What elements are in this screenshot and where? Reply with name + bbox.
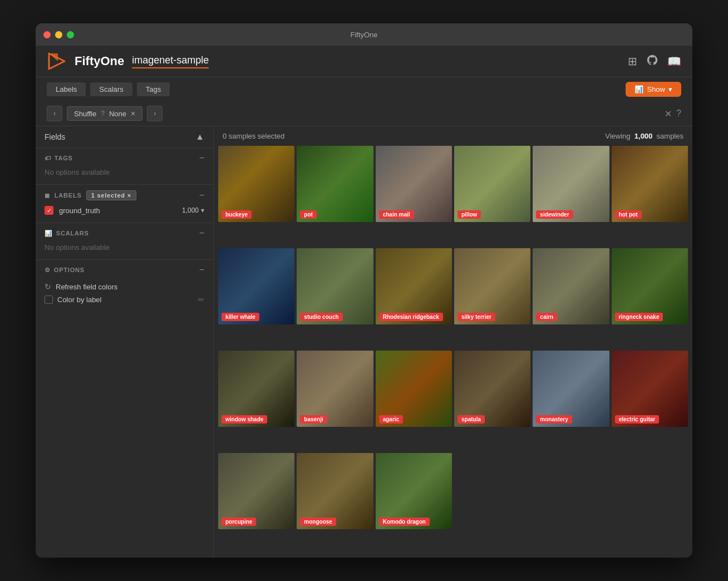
image-cell-porcupine[interactable]: porcupine (218, 453, 294, 529)
none-label: None (109, 110, 126, 118)
maximize-button[interactable] (67, 31, 74, 38)
app-window: FiftyOne FiftyOne imagenet-sample ⊞ 📖 La… (36, 23, 692, 558)
labels-title-row: ◼ LABELS 1 selected × (45, 190, 136, 200)
refresh-colors-option[interactable]: ↻ Refresh field colors (45, 280, 204, 293)
tabbar: Labels Scalars Tags 📊 Show ▾ (36, 77, 692, 101)
color-by-label-text: Color by label (57, 296, 102, 304)
image-cell-ringneck[interactable]: ringneck snake (612, 248, 688, 324)
image-label-hotpot: hot pot (615, 210, 642, 219)
tags-collapse-button[interactable]: − (199, 154, 204, 163)
tab-tags[interactable]: Tags (137, 82, 170, 96)
ground-truth-row[interactable]: ✓ ground_truth 1,000 ▾ (45, 204, 204, 217)
image-label-monastery: monastery (536, 415, 572, 424)
image-label-buckeye: buckeye (222, 210, 252, 219)
minimize-button[interactable] (55, 31, 62, 38)
app-name: FiftyOne (75, 54, 124, 68)
main-area: Fields ▲ 🏷 TAGS − No options available (36, 126, 692, 558)
image-cell-pot[interactable]: pot (297, 146, 373, 222)
slack-icon[interactable]: ⊞ (628, 55, 637, 68)
image-cell-mongoose[interactable]: mongoose (297, 453, 373, 529)
image-label-chainmail: chain mail (379, 210, 414, 219)
image-cell-silkyterrier[interactable]: silky terrier (454, 248, 530, 324)
traffic-lights (43, 31, 74, 38)
content-header: 0 samples selected Viewing 1,000 samples (214, 126, 692, 146)
ground-truth-count: 1,000 ▾ (182, 206, 204, 214)
image-cell-agaric[interactable]: agaric (376, 351, 452, 427)
scalars-collapse-button[interactable]: − (199, 229, 204, 238)
filter-actions: ✕ ? (665, 109, 681, 119)
help-button[interactable]: ? (676, 109, 681, 119)
svg-marker-1 (49, 53, 58, 61)
count-dropdown[interactable]: ▾ (201, 206, 204, 214)
image-label-studiocouch: studio couch (300, 313, 342, 321)
image-cell-pillow[interactable]: pillow (454, 146, 530, 222)
prev-nav-button[interactable]: ‹ (47, 106, 62, 121)
image-cell-sidewinder[interactable]: sidewinder (533, 146, 609, 222)
image-cell-buckeye[interactable]: buckeye (218, 146, 294, 222)
show-button[interactable]: 📊 Show ▾ (626, 82, 681, 97)
scalars-title: 📊 SCALARS (45, 230, 89, 237)
next-nav-button[interactable]: › (147, 106, 163, 121)
options-section-header: ⚙ OPTIONS − (45, 265, 204, 274)
image-cell-windowshade[interactable]: window shade (218, 351, 294, 427)
docs-icon[interactable]: 📖 (667, 55, 681, 68)
tab-scalars[interactable]: Scalars (90, 82, 132, 96)
tab-labels[interactable]: Labels (47, 82, 86, 96)
image-label-ringneck: ringneck snake (615, 313, 663, 321)
image-label-pot: pot (300, 210, 317, 219)
image-cell-basenji[interactable]: basenji (297, 351, 373, 427)
labels-collapse-button[interactable]: − (199, 191, 204, 200)
scalars-no-options: No options available (45, 241, 204, 254)
image-label-killerwhale: killer whale (222, 313, 259, 321)
github-icon[interactable] (646, 54, 658, 69)
viewing-info: Viewing 1,000 samples (605, 132, 683, 140)
image-cell-monastery[interactable]: monastery (533, 351, 609, 427)
refresh-label: Refresh field colors (56, 283, 117, 291)
image-cell-komodo[interactable]: Komodo dragon (376, 453, 452, 529)
image-label-agaric: agaric (379, 415, 403, 424)
labels-selected-badge[interactable]: 1 selected × (86, 190, 136, 200)
collapse-icon[interactable]: ▲ (195, 132, 204, 142)
options-collapse-button[interactable]: − (199, 265, 204, 274)
content-area: 0 samples selected Viewing 1,000 samples… (214, 126, 692, 558)
options-title: ⚙ OPTIONS (45, 267, 85, 274)
close-button[interactable] (43, 31, 51, 38)
image-cell-spatula[interactable]: spatula (454, 351, 530, 427)
image-cell-killerwhale[interactable]: killer whale (218, 248, 294, 324)
image-label-pillow: pillow (458, 210, 481, 219)
image-cell-studiocouch[interactable]: studio couch (297, 248, 373, 324)
sidebar-fields-header[interactable]: Fields ▲ (36, 126, 213, 148)
samples-selected: 0 samples selected (223, 132, 284, 140)
labels-section-header: ◼ LABELS 1 selected × − (45, 190, 204, 200)
ground-truth-checkbox[interactable]: ✓ (45, 206, 53, 215)
show-chevron: ▾ (668, 85, 672, 93)
clear-filter-button[interactable]: × (131, 109, 135, 118)
tags-section-header: 🏷 TAGS − (45, 154, 204, 163)
color-by-label-option[interactable]: Color by label ✏ (45, 293, 204, 306)
image-cell-electricguitar[interactable]: electric guitar (612, 351, 688, 427)
header: FiftyOne imagenet-sample ⊞ 📖 (36, 46, 692, 77)
help-icon[interactable]: ? (101, 110, 105, 117)
viewing-count: 1,000 (634, 132, 653, 140)
image-label-spatula: spatula (458, 415, 485, 424)
image-label-rhodesian: Rhodesian ridgeback (379, 313, 443, 321)
image-cell-hotpot[interactable]: hot pot (612, 146, 688, 222)
image-cell-chainmail[interactable]: chain mail (376, 146, 452, 222)
scalars-icon: 📊 (45, 230, 53, 237)
titlebar-title: FiftyOne (350, 31, 377, 39)
dataset-name[interactable]: imagenet-sample (132, 55, 209, 68)
sidebar-title: Fields (45, 132, 65, 141)
image-label-electricguitar: electric guitar (615, 415, 660, 424)
sidebar-scalars-section: 📊 SCALARS − No options available (36, 223, 213, 260)
selected-count: 1 selected × (91, 192, 131, 199)
close-filter-button[interactable]: ✕ (665, 109, 672, 119)
color-by-label-checkbox[interactable] (45, 296, 53, 304)
edit-icon[interactable]: ✏ (198, 296, 204, 304)
filterbar: ‹ Shuffle ? None × › ✕ ? (36, 101, 692, 126)
image-label-porcupine: porcupine (222, 518, 256, 526)
labels-icon: ◼ (45, 192, 50, 199)
options-icon: ⚙ (45, 267, 51, 274)
image-cell-rhodesian[interactable]: Rhodesian ridgeback (376, 248, 452, 324)
image-cell-cairn[interactable]: cairn (533, 248, 609, 324)
show-icon: 📊 (634, 85, 643, 93)
